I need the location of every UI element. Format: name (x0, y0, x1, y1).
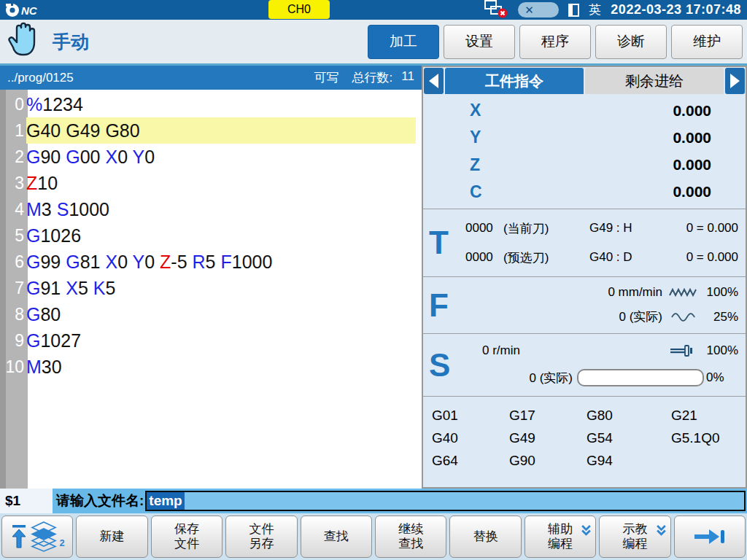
line-number: 1 (0, 121, 26, 141)
gcode-cell: G01 (432, 408, 509, 424)
toolbar-button-label: 文件另存 (249, 522, 274, 551)
tool-section: T 0000 (当前刀) G49 : H 0 = 0.000 0000 (预选刀… (423, 209, 746, 277)
line-number: 10 (0, 357, 26, 377)
toolbar-button-label: 辅助编程 (548, 522, 573, 551)
tool-letter: T (429, 227, 449, 259)
toolbar-button-label: 示教编程 (622, 522, 647, 551)
teach-programming-button[interactable]: 示教编程 (599, 516, 670, 558)
aux-programming-button[interactable]: 辅助编程 (525, 516, 596, 558)
axis-name: Y (423, 128, 481, 147)
spindle-load-percent: 0% (704, 370, 746, 385)
feed-actual-value: 0 (实际) (423, 308, 667, 325)
main-tabs: 加工设置程序诊断维护 (368, 25, 747, 59)
editor-line[interactable]: 8G80 (0, 301, 422, 327)
editor-line[interactable]: 0%1234 (0, 91, 422, 117)
panel-next-button[interactable] (725, 68, 745, 94)
modal-gcode-section: G01G17G80G21G40G49G54G5.1Q0G64G90G94 (423, 396, 746, 487)
hnc-logo-icon: NC (4, 2, 47, 18)
spindle-load-bar (577, 369, 704, 386)
input-method-toggle[interactable]: ✕ (518, 2, 559, 18)
layers-icon (31, 521, 57, 552)
tool-row-current: 0000 (当前刀) G49 : H 0 = 0.000 (423, 220, 746, 237)
line-number: 6 (0, 252, 26, 272)
gcode-cell: G94 (587, 453, 671, 469)
mode-label: 手动 (53, 30, 89, 54)
spindle-letter: S (429, 349, 450, 381)
toolbar-button-label: 替换 (473, 529, 498, 544)
panel-tab-remaining-feed[interactable]: 剩余进给 (585, 68, 724, 94)
toolbar-button-label: 新建 (100, 529, 125, 544)
find-button[interactable]: 查找 (301, 516, 372, 558)
find-next-button[interactable]: 继续查找 (375, 516, 446, 558)
line-code: G80 (26, 301, 416, 327)
radius-comp-value: 0 = 0.000 (686, 250, 746, 265)
gcode-cell: G17 (509, 408, 587, 424)
gcode-cell: G54 (587, 430, 671, 446)
editor-header: ../prog/0125 可写 总行数: 11 (0, 66, 422, 90)
language-indicator[interactable]: 英 (589, 1, 601, 18)
tab-maintenance[interactable]: 维护 (671, 25, 743, 59)
line-code: M30 (26, 354, 416, 380)
axis-value: 0.000 (673, 183, 746, 201)
line-number: 7 (0, 279, 26, 298)
editor-line[interactable]: 2G90 G00 X0 Y0 (0, 144, 422, 170)
channel-badge[interactable]: CH0 (268, 0, 330, 19)
line-code: G91 X5 K5 (26, 275, 416, 301)
filename-input-value: temp (147, 492, 184, 510)
tab-program[interactable]: 程序 (519, 25, 591, 59)
cnc-hmi-screen: NC CH0 ✕ 英 2022-03-23 17:07:48 (0, 0, 747, 560)
filename-input[interactable]: temp (145, 491, 746, 511)
tab-machining[interactable]: 加工 (368, 25, 439, 59)
save-file-button[interactable]: 保存文件 (151, 516, 222, 558)
spindle-override: 100% (700, 343, 746, 358)
writable-status: 可写 (314, 69, 339, 86)
line-count-value: 11 (401, 69, 414, 86)
current-tool-label: (当前刀) (503, 220, 589, 237)
spindle-icon (667, 343, 700, 358)
toolbar-next-button[interactable] (674, 516, 746, 558)
arrow-right-icon (730, 74, 740, 88)
replace-button[interactable]: 替换 (449, 516, 521, 558)
editor-line[interactable]: 9G1027 (0, 327, 422, 354)
editor-line[interactable]: 1G40 G49 G80 (0, 117, 422, 144)
panel-prev-button[interactable] (424, 68, 444, 94)
network-error-icon (484, 0, 508, 21)
toolbar-button-label: 保存文件 (174, 522, 199, 551)
toolbar-button-label: 继续查找 (398, 522, 423, 551)
new-file-button[interactable]: 新建 (76, 516, 147, 558)
panel-tab-workpiece-command[interactable]: 工件指令 (445, 68, 584, 94)
gcode-cell: G64 (432, 453, 509, 469)
command-input-bar: $1 请输入文件名: temp (0, 489, 747, 513)
editor-line[interactable]: 5G1026 (0, 222, 422, 249)
program-editor: ../prog/0125 可写 总行数: 11 0%12341G40 G49 G… (0, 66, 422, 489)
editor-line[interactable]: 10M30 (0, 354, 422, 380)
close-icon: ✕ (525, 4, 534, 17)
save-as-button[interactable]: 文件另存 (225, 516, 297, 558)
gcode-cell: G21 (671, 408, 746, 424)
svg-text:NC: NC (21, 4, 38, 17)
program-path: ../prog/0125 (7, 71, 74, 85)
return-up-icon (10, 524, 28, 549)
line-code: Z10 (26, 170, 416, 196)
line-number: 5 (0, 226, 26, 246)
editor-line[interactable]: 4M3 S1000 (0, 196, 422, 222)
line-code: M3 S1000 (26, 196, 416, 222)
feed-letter: F (429, 289, 449, 322)
axis-name: X (423, 101, 481, 120)
axis-position-section: X0.000Y0.000Z0.000C0.000 (423, 94, 746, 209)
editor-line[interactable]: 3Z10 (0, 170, 422, 196)
gcode-cell: G5.1Q0 (671, 430, 746, 446)
rapid-wave-icon (667, 287, 700, 298)
feed-command-value: 0 mm/min (423, 285, 667, 300)
mode-header: 手动 加工设置程序诊断维护 (0, 20, 747, 66)
tab-settings[interactable]: 设置 (444, 25, 515, 59)
editor-line[interactable]: 6G99 G81 X0 Y0 Z-5 R5 F1000 (0, 249, 422, 275)
length-comp-gcode: G49 : H (589, 221, 678, 236)
editor-lines: 0%12341G40 G49 G802G90 G00 X0 Y03Z104M3 … (0, 91, 422, 380)
tab-diagnosis[interactable]: 诊断 (595, 25, 667, 59)
line-number: 2 (0, 147, 26, 167)
editor-line[interactable]: 7G91 X5 K5 (0, 275, 422, 301)
toolbar-nav-button[interactable]: 2 (1, 516, 73, 558)
spindle-section: S 0 r/min 100% 0 (实际) 0% (423, 334, 746, 397)
arrow-left-icon (429, 74, 438, 88)
